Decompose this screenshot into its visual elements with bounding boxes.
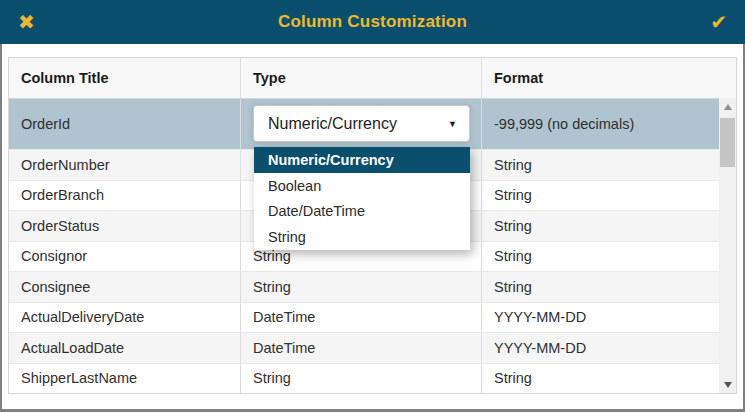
cell-format: String: [482, 364, 736, 394]
table-row[interactable]: ActualDeliveryDateDateTimeYYYY-MM-DD: [9, 303, 736, 334]
dropdown-option[interactable]: String: [254, 224, 470, 250]
cell-format: String: [482, 181, 736, 211]
cell-column-title: ShipperLastName: [9, 364, 241, 394]
cell-type: String: [241, 272, 482, 302]
dropdown-option[interactable]: Date/DateTime: [254, 199, 470, 225]
cell-column-title: OrderStatus: [9, 211, 241, 241]
header-format: Format: [482, 58, 736, 98]
cell-format: String: [482, 211, 736, 241]
cell-type: String: [241, 364, 482, 394]
cell-format: -99,999 (no decimals): [482, 99, 736, 149]
cell-column-title: OrderId: [9, 99, 241, 149]
table-row[interactable]: ConsigneeStringString: [9, 272, 736, 303]
column-customization-dialog: ✖ Column Customization ✔ Column Title Ty…: [0, 0, 745, 412]
cell-format: String: [482, 242, 736, 272]
type-select-value: Numeric/Currency: [268, 115, 397, 133]
dropdown-option[interactable]: Boolean: [254, 173, 470, 199]
cell-column-title: OrderNumber: [9, 150, 241, 180]
cell-column-title: OrderBranch: [9, 181, 241, 211]
cell-column-title: Consignor: [9, 242, 241, 272]
cell-format: YYYY-MM-DD: [482, 333, 736, 363]
cell-format: String: [482, 272, 736, 302]
type-options-list: Numeric/CurrencyBooleanDate/DateTimeStri…: [254, 147, 470, 250]
table-header-row: Column Title Type Format: [9, 58, 736, 99]
cell-type: DateTime: [241, 303, 482, 333]
header-type: Type: [241, 58, 482, 98]
confirm-button[interactable]: ✔: [710, 12, 727, 32]
scrollbar-thumb[interactable]: [720, 118, 735, 167]
dropdown-option[interactable]: Numeric/Currency: [254, 147, 470, 173]
cell-column-title: ActualLoadDate: [9, 333, 241, 363]
table-row[interactable]: ShipperLastNameStringString: [9, 364, 736, 394]
close-icon: ✖: [18, 11, 35, 33]
scroll-up-button[interactable]: [719, 98, 736, 115]
dialog-title: Column Customization: [35, 12, 710, 32]
header-column-title: Column Title: [9, 58, 241, 98]
triangle-up-icon: [724, 104, 732, 110]
close-button[interactable]: ✖: [18, 12, 35, 32]
cell-type: DateTime: [241, 333, 482, 363]
table-row[interactable]: ActualLoadDateDateTimeYYYY-MM-DD: [9, 333, 736, 364]
cell-format: YYYY-MM-DD: [482, 303, 736, 333]
type-select[interactable]: Numeric/Currency ▼: [253, 105, 470, 142]
triangle-down-icon: [724, 382, 732, 388]
cell-column-title: ActualDeliveryDate: [9, 303, 241, 333]
dialog-titlebar: ✖ Column Customization ✔: [0, 0, 745, 44]
vertical-scrollbar[interactable]: [719, 98, 736, 393]
cell-format: String: [482, 150, 736, 180]
dialog-border-left: [0, 44, 2, 412]
chevron-down-icon: ▼: [448, 119, 457, 129]
check-icon: ✔: [710, 11, 727, 33]
cell-column-title: Consignee: [9, 272, 241, 302]
scroll-down-button[interactable]: [719, 376, 736, 393]
